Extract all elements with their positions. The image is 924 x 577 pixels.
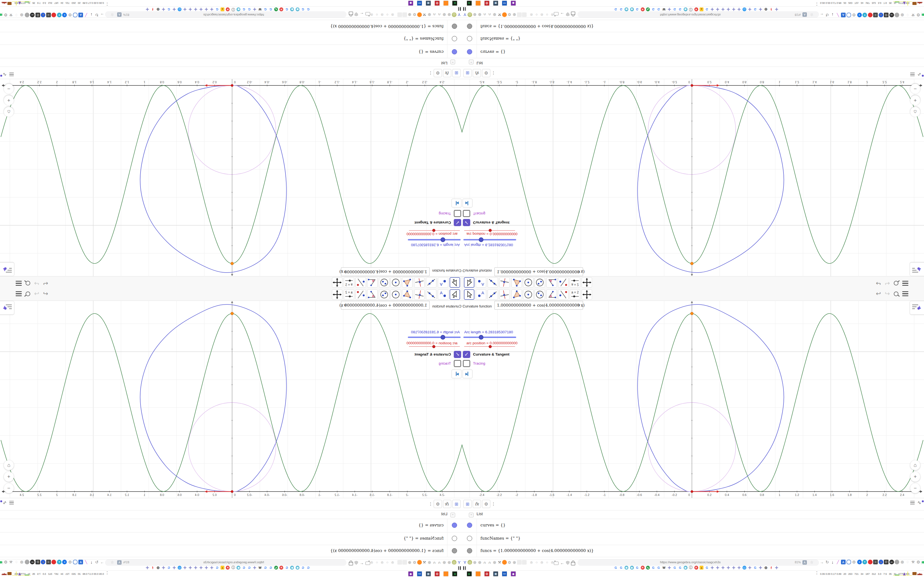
tab-google-icon[interactable]: G: [635, 566, 639, 570]
graphics-style-button[interactable]: ▲: [0, 301, 14, 314]
url-text[interactable]: https://www.geogebra.org/classic/aagcxh3…: [660, 561, 721, 564]
tab-yandex-icon[interactable]: Я: [279, 7, 284, 11]
firefox-launcher-icon[interactable]: [443, 0, 449, 6]
menu-icon[interactable]: [16, 291, 22, 296]
globe-grid-icon[interactable]: ⊕: [19, 13, 24, 17]
move-tool-button[interactable]: [450, 277, 460, 288]
arc-position-slider-knob[interactable]: [489, 345, 492, 348]
shield-icon[interactable]: [566, 12, 570, 16]
shield-icon[interactable]: [566, 561, 570, 565]
tab-sphere-icon[interactable]: ◉: [291, 566, 294, 570]
robot-launcher-icon[interactable]: ☻: [408, 0, 414, 6]
tab-photos-icon[interactable]: ▲: [221, 7, 225, 11]
arc-position-slider-knob[interactable]: [432, 229, 435, 232]
tab-flower-icon[interactable]: [188, 7, 192, 11]
undo-icon[interactable]: ↩: [876, 290, 881, 297]
tab-google-icon[interactable]: G: [285, 7, 289, 11]
tab-flower-icon[interactable]: [183, 7, 187, 11]
line-tool-button[interactable]: [488, 289, 498, 300]
graphics-view[interactable]: -2.4-2.2-2-1.8-1.6-1.4-1.2-1-0.8-0.6-0.4…: [0, 79, 462, 276]
marker-icon[interactable]: ╱: [836, 13, 840, 17]
tab-audio-dot-icon[interactable]: ◎: [391, 13, 394, 16]
firefox-launcher-icon[interactable]: [475, 0, 481, 6]
tab-google-icon[interactable]: G: [705, 7, 709, 11]
tab-photos-icon[interactable]: ▲: [221, 566, 225, 570]
algebra-menu-icon[interactable]: [910, 73, 915, 76]
function-wave-icon[interactable]: ∿: [3, 71, 6, 77]
search-icon[interactable]: [26, 281, 30, 286]
list-collapse-button[interactable]: −: [469, 60, 473, 64]
tab-circle-icon[interactable]: ○: [375, 13, 379, 16]
tab-google-icon[interactable]: G: [306, 566, 310, 570]
olive-circle-icon[interactable]: ◎: [467, 560, 472, 565]
tab-audio-dot-icon[interactable]: ◎: [370, 561, 373, 564]
record-circle-icon[interactable]: [52, 560, 57, 564]
zoom-out-button[interactable]: −: [4, 483, 14, 493]
bookmark-star-icon[interactable]: ☆: [111, 13, 114, 17]
tab-flower-icon[interactable]: [727, 566, 730, 570]
bookmark-star-icon[interactable]: ☆: [810, 560, 813, 564]
bank-icon[interactable]: D: [884, 13, 888, 17]
reload-icon[interactable]: ↻: [95, 560, 99, 564]
globe-grid-icon[interactable]: ⊕: [19, 560, 24, 564]
globe-grid-icon[interactable]: ⊕: [900, 13, 905, 17]
olive-circle-icon[interactable]: ◎: [467, 12, 472, 17]
reflect-tool-button[interactable]: [558, 277, 569, 288]
trash-icon[interactable]: ☰: [873, 13, 878, 17]
curves-visibility-marble[interactable]: [452, 522, 457, 528]
tab-google-icon[interactable]: G: [285, 566, 289, 570]
globe-icon[interactable]: ⊕: [477, 560, 482, 565]
robot-launcher-icon[interactable]: ☻: [408, 571, 414, 577]
tab-flower-icon[interactable]: [205, 566, 208, 570]
funcs-visibility-marble[interactable]: [467, 24, 472, 29]
tab-google-icon[interactable]: G: [673, 566, 677, 570]
settings-launcher-icon[interactable]: ⚙: [484, 571, 489, 577]
shield-down-icon[interactable]: ▼: [863, 13, 867, 17]
algebra-row-funcs[interactable]: funcs = {1.000000000000 + cos(4.00000000…: [330, 548, 444, 553]
tab-sphere-icon[interactable]: ◉: [684, 566, 688, 570]
tab-google-icon[interactable]: G: [657, 7, 661, 11]
tab-geogebra-icon[interactable]: ∿: [646, 566, 650, 570]
arc-length-slider-knob[interactable]: [441, 335, 445, 340]
globe-grid-icon[interactable]: ⊕: [900, 560, 905, 564]
globe-icon[interactable]: ⊕: [442, 12, 447, 17]
faded-ext-icon[interactable]: [397, 12, 402, 17]
arc-icon[interactable]: ∩: [432, 560, 437, 565]
download-icon[interactable]: ↓: [89, 13, 94, 17]
uo-circle-icon[interactable]: uo: [30, 560, 35, 564]
record-circle-icon[interactable]: [52, 13, 57, 17]
share-globe-icon[interactable]: ●: [41, 13, 46, 17]
function-wave-icon[interactable]: ∿: [918, 71, 921, 77]
share-globe-icon[interactable]: ●: [879, 560, 883, 564]
angle-tool-button[interactable]: α: [546, 289, 557, 300]
tracing-checkbox[interactable]: [463, 360, 470, 367]
play-button[interactable]: ▶▎: [462, 369, 472, 378]
tab-circle-icon[interactable]: ○: [535, 561, 538, 564]
folder-icon[interactable]: [365, 12, 370, 15]
curvature-tangent-checkbox[interactable]: ✓: [454, 219, 461, 226]
faded-ext-icon[interactable]: [402, 12, 407, 17]
home-button[interactable]: ⌂: [4, 460, 14, 470]
tab-info-icon[interactable]: ⓘ: [689, 7, 693, 11]
perpendicular-tool-button[interactable]: [499, 277, 510, 288]
point-tool-button[interactable]: A: [476, 289, 486, 300]
redo-icon[interactable]: ↪: [885, 280, 890, 287]
play-button[interactable]: ▶▎: [452, 369, 462, 378]
reflect-tool-button[interactable]: [355, 277, 366, 288]
url-text[interactable]: https://www.geogebra.org/classic/aagcxh3…: [203, 13, 264, 16]
list-settings-icon[interactable]: ⊞: [452, 69, 460, 77]
menu-icon[interactable]: [902, 291, 908, 296]
algebra-row-funcs[interactable]: funcs = {1.000000000000 + cos(4.00000000…: [480, 24, 594, 29]
circle-tool-button[interactable]: [523, 289, 533, 300]
tracing-checkbox[interactable]: [454, 360, 461, 367]
arc-position-slider-knob[interactable]: [489, 229, 492, 232]
terminal-launcher-icon[interactable]: ▸: [467, 0, 472, 6]
url-text[interactable]: https://www.geogebra.org/classic/aagcxh3…: [660, 13, 721, 16]
gear-icon[interactable]: ⚙: [68, 560, 72, 564]
url-text[interactable]: https://www.geogebra.org/classic/aagcxh3…: [203, 561, 264, 564]
tab-google-icon[interactable]: G: [753, 566, 757, 570]
wrench-icon[interactable]: ⚒: [497, 560, 502, 565]
angle-tool-button[interactable]: α: [367, 289, 378, 300]
globe-icon[interactable]: ⊕: [427, 12, 432, 17]
tab-flower-icon[interactable]: [759, 566, 762, 570]
